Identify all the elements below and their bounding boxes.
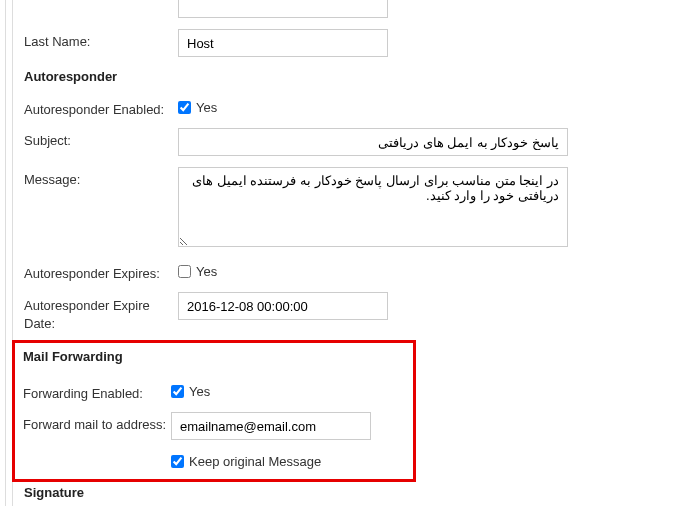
row-forwarding-enabled: Forwarding Enabled: Yes bbox=[23, 378, 407, 401]
field-subject bbox=[178, 128, 694, 156]
input-expire-date[interactable] bbox=[178, 292, 388, 320]
input-last-name[interactable] bbox=[178, 29, 388, 57]
label-last-name: Last Name: bbox=[24, 29, 178, 49]
label-message: Message: bbox=[24, 167, 178, 187]
checkbox-wrap-autoresponder-expires: Yes bbox=[178, 261, 694, 279]
field-forward-address bbox=[171, 412, 407, 440]
row-last-name: Last Name: bbox=[24, 26, 694, 57]
input-forward-address[interactable] bbox=[171, 412, 371, 440]
label-keep-original-spacer bbox=[23, 451, 171, 456]
checkbox-label-autoresponder-expires: Yes bbox=[196, 264, 217, 279]
checkbox-label-forwarding-enabled: Yes bbox=[189, 384, 210, 399]
textarea-message[interactable]: در اینجا متن مناسب برای ارسال پاسخ خودکا… bbox=[178, 167, 568, 247]
row-expire-date: Autoresponder Expire Date: bbox=[24, 289, 694, 332]
header-mail-forwarding: Mail Forwarding bbox=[23, 349, 407, 364]
field-autoresponder-expires: Yes bbox=[178, 261, 694, 279]
checkbox-wrap-autoresponder-enabled: Yes bbox=[178, 97, 694, 115]
label-forwarding-enabled: Forwarding Enabled: bbox=[23, 381, 171, 401]
checkbox-wrap-keep-original: Keep original Message bbox=[171, 451, 407, 469]
label-forward-address: Forward mail to address: bbox=[23, 412, 171, 432]
label-autoresponder-enabled: Autoresponder Enabled: bbox=[24, 97, 178, 117]
header-autoresponder: Autoresponder bbox=[24, 69, 694, 84]
checkbox-autoresponder-expires[interactable] bbox=[178, 265, 191, 278]
field-message: در اینجا متن مناسب برای ارسال پاسخ خودکا… bbox=[178, 167, 694, 250]
partial-input-top[interactable] bbox=[178, 0, 388, 18]
row-message: Message: در اینجا متن مناسب برای ارسال پ… bbox=[24, 164, 694, 250]
checkbox-forwarding-enabled[interactable] bbox=[171, 385, 184, 398]
header-signature: Signature bbox=[24, 485, 694, 500]
checkbox-label-keep-original: Keep original Message bbox=[189, 454, 321, 469]
checkbox-wrap-forwarding-enabled: Yes bbox=[171, 381, 407, 399]
field-last-name bbox=[178, 29, 694, 57]
field-autoresponder-enabled: Yes bbox=[178, 97, 694, 115]
label-expire-date: Autoresponder Expire Date: bbox=[24, 292, 178, 332]
checkbox-keep-original[interactable] bbox=[171, 455, 184, 468]
row-keep-original: Keep original Message bbox=[23, 448, 407, 469]
checkbox-label-autoresponder-enabled: Yes bbox=[196, 100, 217, 115]
input-subject[interactable] bbox=[178, 128, 568, 156]
highlight-box-mail-forwarding: Mail Forwarding Forwarding Enabled: Yes … bbox=[12, 340, 416, 482]
field-keep-original: Keep original Message bbox=[171, 451, 407, 469]
label-subject: Subject: bbox=[24, 128, 178, 148]
row-autoresponder-enabled: Autoresponder Enabled: Yes bbox=[24, 94, 694, 117]
checkbox-autoresponder-enabled[interactable] bbox=[178, 101, 191, 114]
label-autoresponder-expires: Autoresponder Expires: bbox=[24, 261, 178, 281]
field-expire-date bbox=[178, 292, 694, 320]
field-forwarding-enabled: Yes bbox=[171, 381, 407, 399]
row-forward-address: Forward mail to address: bbox=[23, 409, 407, 440]
form-content: Last Name: Autoresponder Autoresponder E… bbox=[24, 0, 694, 506]
row-autoresponder-expires: Autoresponder Expires: Yes bbox=[24, 258, 694, 281]
row-subject: Subject: bbox=[24, 125, 694, 156]
